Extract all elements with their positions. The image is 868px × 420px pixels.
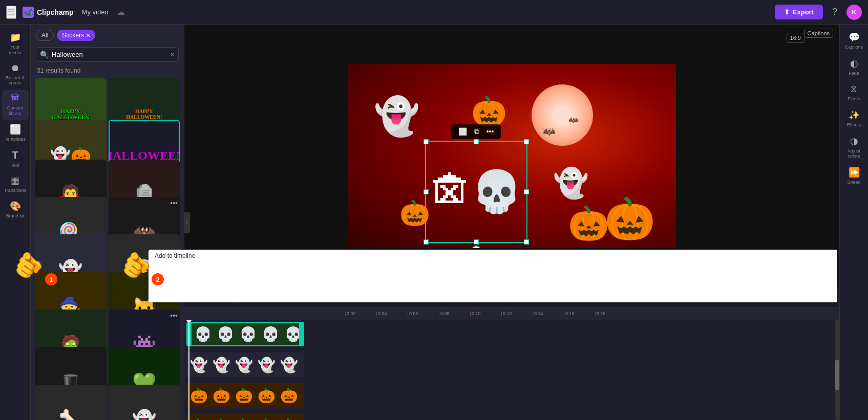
sidebar-item-label-content-library: Content library xyxy=(4,105,27,117)
your-media-icon: 📁 xyxy=(10,32,21,43)
filter-stickers-tag[interactable]: Stickers × xyxy=(57,30,95,41)
ruler-mark-5: 0:12 xyxy=(501,311,533,316)
add-media-button[interactable]: + xyxy=(232,291,244,303)
preview-controls: ⬛ ⏮ ↺ ▶ ↻ ⏭ ⛶ xyxy=(184,264,512,287)
timeline-tracks: 💀 💀 💀 💀 💀 xyxy=(184,320,839,420)
right-panel-fade[interactable]: ◐ Fade xyxy=(842,55,866,79)
ghost-small-element: 👻 xyxy=(553,166,589,200)
selected-sticker-overlay[interactable]: ⬜ ⧉ ••• 🏚💀 xyxy=(425,141,527,243)
logo-icon: 📹 xyxy=(23,7,34,18)
zoom-out-button[interactable]: 🔍- xyxy=(785,291,801,303)
right-panel-captions[interactable]: 💬 Captions xyxy=(842,29,866,53)
pip-button[interactable]: ⧉ xyxy=(471,126,482,137)
speed-icon: ⏩ xyxy=(849,167,860,178)
filter-bar: All Stickers × xyxy=(31,25,184,44)
fit-button[interactable]: ⤢ xyxy=(823,291,833,303)
clip-right-handle-skeleton[interactable] xyxy=(299,323,303,345)
playhead[interactable] xyxy=(188,320,189,420)
panel-collapse-handle[interactable]: ‹ xyxy=(184,212,190,233)
export-button[interactable]: ⬆ Export xyxy=(775,5,823,19)
handle-top-center[interactable] xyxy=(474,139,479,144)
preview-canvas: 👻 🎃 🦇 🦇 👻 🎃 🎃 🎃 ⬜ ⧉ xyxy=(348,64,676,248)
sticker-item-18[interactable]: 👻 xyxy=(109,385,180,420)
preview-right-controls: ⛶ xyxy=(495,271,504,281)
right-panel-filters[interactable]: ⧖ Filters xyxy=(842,81,866,104)
forward-5-button[interactable]: ↻ xyxy=(359,270,367,281)
track-clip-pumpkin[interactable]: 🎃 🎃 🎃 🎃 🎃 xyxy=(186,383,304,408)
more-options-button[interactable]: ••• xyxy=(483,126,497,137)
replay-5-button[interactable]: ↺ xyxy=(330,270,338,281)
aspect-ratio-button[interactable]: 16:9 xyxy=(787,33,805,43)
filter-all-button[interactable]: All xyxy=(36,30,54,41)
sticker-dots-14[interactable]: ••• xyxy=(170,312,178,320)
ruler-marks: 0:02 0:04 0:06 0:08 xyxy=(345,311,626,316)
selection-toolbar: ⬜ ⧉ ••• xyxy=(451,124,501,139)
skip-back-button[interactable]: ⏮ xyxy=(315,271,324,281)
right-panel-effects[interactable]: ✨ Effects xyxy=(842,106,866,130)
search-clear-button[interactable]: × xyxy=(170,50,175,59)
filters-icon: ⧖ xyxy=(851,84,857,95)
undo-button[interactable]: ↺ xyxy=(190,291,200,303)
sidebar-item-your-media[interactable]: 📁 Your media xyxy=(2,29,29,59)
right-panel-adjust-colors[interactable]: ◑ Adjust colors xyxy=(842,132,866,162)
ruler-mark-7: 0:16 xyxy=(564,311,595,316)
templates-icon: ⬜ xyxy=(10,124,21,135)
timeline-scrollbar[interactable] xyxy=(835,320,839,420)
sticker-dots-8[interactable]: ••• xyxy=(170,199,178,207)
sidebar-item-label-record-create: Record & create xyxy=(4,75,27,86)
fullscreen-button[interactable]: ⛶ xyxy=(495,271,504,281)
ruler-mark-3: 0:08 xyxy=(439,311,470,316)
center-area: 👻 🎃 🦇 🦇 👻 🎃 🎃 🎃 ⬜ ⧉ xyxy=(184,25,839,420)
timeline-area: ↺ ↻ ✂ + 00:00.00 / 00:10.00 🔍- 🔍+ ⤢ 0:02 xyxy=(184,287,839,420)
handle-bottom-center[interactable] xyxy=(474,239,479,245)
handle-bottom-left[interactable] xyxy=(424,239,429,245)
sidebar-item-content-library[interactable]: 🏛 Content library xyxy=(2,90,29,120)
help-button[interactable]: ? xyxy=(829,5,840,19)
play-pause-button[interactable]: ▶ xyxy=(344,269,353,282)
track-clip-pumpkin2[interactable]: 🎃 🎃 🎃 🎃 🎃 xyxy=(186,414,304,420)
user-avatar[interactable]: K xyxy=(846,5,862,20)
menu-button[interactable]: ☰ xyxy=(6,6,16,19)
results-count: 31 results found xyxy=(31,65,184,78)
handle-middle-left[interactable] xyxy=(424,189,429,194)
crop-button[interactable]: ⬜ xyxy=(455,126,470,137)
track-clip-skeleton[interactable]: 💀 💀 💀 💀 💀 xyxy=(186,322,304,346)
bat-element-2: 🦇 xyxy=(568,115,579,125)
sidebar-item-transitions[interactable]: ▦ Transitions xyxy=(2,172,29,196)
icon-sidebar: 📁 Your media ⏺ Record & create 🏛 Content… xyxy=(0,25,31,420)
export-label: Export xyxy=(793,8,814,16)
handle-middle-right[interactable] xyxy=(524,189,529,194)
ruler-mark-4: 0:10 xyxy=(470,311,501,316)
skip-forward-button[interactable]: ⏭ xyxy=(373,271,382,281)
timeline-ruler: 0:02 0:04 0:06 0:08 xyxy=(184,307,839,320)
video-title[interactable]: My video xyxy=(82,8,109,16)
effects-icon: ✨ xyxy=(849,109,860,121)
ruler-mark-2: 0:06 xyxy=(408,311,439,316)
ruler-mark-1: 0:04 xyxy=(376,311,408,316)
zoom-in-button[interactable]: 🔍+ xyxy=(803,291,821,303)
sidebar-item-text[interactable]: T Text xyxy=(2,146,29,171)
caption-toggle-button[interactable]: ⬛ xyxy=(193,270,204,281)
cut-button[interactable]: ✂ xyxy=(218,291,228,303)
clip-icon-row-ghost: 👻 👻 👻 👻 👻 xyxy=(187,353,300,376)
search-input[interactable] xyxy=(36,47,179,62)
filter-stickers-close-icon[interactable]: × xyxy=(86,31,90,39)
transitions-icon: ▦ xyxy=(11,175,19,186)
sidebar-item-templates[interactable]: ⬜ Templates xyxy=(2,121,29,145)
timeline-scrollbar-thumb[interactable] xyxy=(835,360,839,390)
handle-bottom-right[interactable] xyxy=(524,239,529,245)
preview-center-controls: ⏮ ↺ ▶ ↻ ⏭ xyxy=(315,269,382,282)
text-icon: T xyxy=(12,149,18,161)
captions-button[interactable]: Captions xyxy=(804,29,833,38)
sidebar-item-record-create[interactable]: ⏺ Record & create xyxy=(2,60,29,90)
preview-left-controls: ⬛ xyxy=(193,270,204,281)
handle-top-left[interactable] xyxy=(424,139,429,144)
redo-button[interactable]: ↻ xyxy=(204,291,214,303)
sticker-item-17[interactable]: 🦴 xyxy=(35,385,107,420)
topbar: ☰ 📹 Clipchamp My video ☁ ⬆ Export ? K xyxy=(0,0,868,25)
right-panel-speed[interactable]: ⏩ Speed xyxy=(842,164,866,188)
track-clip-ghost[interactable]: 👻 👻 👻 👻 👻 xyxy=(186,352,304,377)
handle-top-right[interactable] xyxy=(524,139,529,144)
right-panel: 💬 Captions ◐ Fade ⧖ Filters ✨ Effects ◑ … xyxy=(839,25,868,420)
sidebar-item-brand-kit[interactable]: 🎨 Brand kit xyxy=(2,197,29,222)
